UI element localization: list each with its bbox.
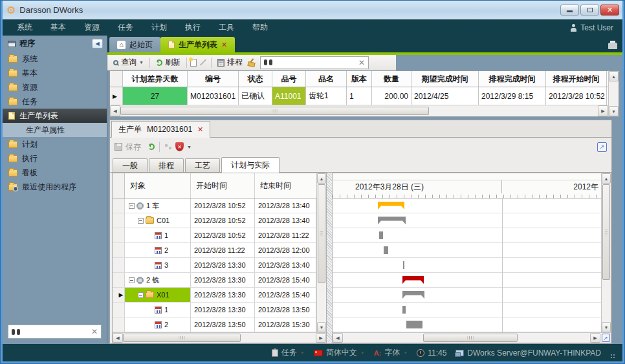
column-end-time[interactable]: 结束时间 bbox=[255, 173, 316, 198]
column-object[interactable]: 对象 bbox=[125, 173, 191, 198]
gantt-task-bar[interactable] bbox=[406, 321, 422, 328]
gantt-task-bar[interactable] bbox=[379, 231, 383, 239]
hscroll-thumb[interactable] bbox=[120, 107, 429, 115]
menubar-item[interactable]: 系统 bbox=[8, 19, 41, 36]
sidebar-item[interactable]: 计划 bbox=[3, 137, 107, 151]
menubar-item[interactable]: 帮助 bbox=[243, 19, 277, 36]
expander-icon[interactable] bbox=[138, 218, 144, 224]
menubar-item[interactable]: 计划 bbox=[142, 19, 176, 36]
tab-home[interactable]: 起始页 bbox=[109, 37, 160, 52]
subtab-item[interactable]: 排程 bbox=[149, 158, 184, 172]
menubar-item[interactable]: 资源 bbox=[75, 19, 109, 36]
grid-column-header[interactable]: 版本 bbox=[347, 71, 372, 87]
status-item[interactable]: 11:45 bbox=[417, 348, 446, 358]
save-button[interactable]: 保存 bbox=[126, 142, 141, 153]
scroll-right-icon[interactable]: ▶ bbox=[598, 105, 608, 116]
orders-grid-hscrollbar[interactable]: ◀ ▶ bbox=[110, 105, 608, 116]
scroll-down-icon[interactable]: ▼ bbox=[609, 106, 619, 116]
popout-icon[interactable]: ↗ bbox=[602, 334, 610, 342]
scroll-down-icon[interactable]: ▼ bbox=[317, 322, 326, 332]
status-item[interactable]: 简体中文▼ bbox=[314, 347, 365, 358]
sidebar-item[interactable]: 系统 bbox=[3, 52, 107, 66]
orders-grid-row[interactable]: ▶27M012031601已确认A11001齿轮11200.002012/4/2… bbox=[110, 87, 608, 105]
sidebar-collapse-button[interactable]: ◀ bbox=[92, 39, 103, 48]
tree-row[interactable]: 22012/3/28 11:222012/3/28 12:00 bbox=[113, 243, 316, 258]
refresh-button[interactable]: 刷新 bbox=[153, 56, 183, 69]
minimize-button[interactable]: ▬ bbox=[560, 5, 579, 16]
tree-row[interactable]: 12012/3/28 10:522012/3/28 11:22 bbox=[113, 228, 316, 243]
sidebar-item[interactable]: 生产单列表 bbox=[3, 109, 107, 123]
tab-close-icon[interactable]: ✕ bbox=[221, 41, 227, 49]
tree-vscrollbar[interactable]: ▲ ▼ bbox=[316, 173, 326, 332]
vscroll-track[interactable] bbox=[609, 81, 619, 106]
scroll-up-icon[interactable]: ▲ bbox=[317, 173, 326, 184]
tree-object-cell[interactable]: 1 bbox=[125, 303, 191, 317]
gantt-task-bar[interactable] bbox=[402, 306, 406, 314]
sidebar-item[interactable]: 执行 bbox=[3, 151, 107, 166]
subtab-item[interactable]: 工艺 bbox=[185, 158, 220, 172]
clear-search-icon[interactable]: ✕ bbox=[91, 327, 98, 336]
grid-column-header[interactable]: 状态 bbox=[239, 71, 272, 87]
tab-production-order-list[interactable]: 生产单列表 ✕ bbox=[160, 37, 235, 52]
subtab-item[interactable]: 一般 bbox=[113, 158, 148, 172]
sidebar-item[interactable]: 资源 bbox=[3, 80, 107, 94]
column-start-time[interactable]: 开始时间 bbox=[191, 173, 255, 198]
expander-icon[interactable] bbox=[129, 277, 135, 283]
flow-icon[interactable] bbox=[164, 144, 172, 150]
sidebar-item[interactable]: 最近使用的程序 bbox=[3, 180, 107, 194]
subtab-active[interactable]: 计划与实际 bbox=[221, 157, 280, 173]
detail-tab-close-icon[interactable]: ✕ bbox=[197, 125, 203, 134]
tree-object-cell[interactable]: 2 bbox=[125, 317, 191, 332]
status-item[interactable]: 任务▼ bbox=[272, 347, 305, 358]
popout-icon[interactable]: ↗ bbox=[597, 142, 607, 152]
tree-object-cell[interactable]: 1 车 bbox=[125, 198, 191, 213]
tree-hscrollbar[interactable]: ◀ ▶ bbox=[113, 332, 326, 343]
grid-column-header[interactable]: 品名 bbox=[306, 71, 347, 87]
gantt-task-bar[interactable] bbox=[403, 261, 404, 269]
gantt-vscrollbar[interactable]: ▲ ▼ bbox=[601, 173, 611, 332]
hscroll-thumb[interactable] bbox=[423, 334, 518, 342]
resize-grip[interactable] bbox=[610, 354, 616, 359]
edit-icon[interactable] bbox=[200, 59, 207, 66]
menubar-item[interactable]: 执行 bbox=[176, 19, 210, 36]
grid-column-header[interactable]: 品号 bbox=[272, 71, 306, 87]
tree-row[interactable]: 22012/3/28 13:502012/3/28 15:30 bbox=[113, 317, 316, 332]
grid-search-box[interactable]: ✕ bbox=[260, 56, 369, 69]
grid-column-header[interactable]: 排程完成时间 bbox=[479, 71, 546, 87]
clear-icon[interactable] bbox=[247, 58, 256, 67]
tree-row[interactable]: C012012/3/28 10:522012/3/28 13:40 bbox=[113, 213, 316, 228]
orders-grid-vscrollbar[interactable]: ▲ ▼ bbox=[608, 70, 619, 117]
tree-row[interactable]: ▶X012012/3/28 13:302012/3/28 15:40 bbox=[113, 288, 316, 303]
expander-icon[interactable] bbox=[129, 203, 135, 209]
grid-column-header[interactable]: 排程开始时间 bbox=[546, 71, 607, 87]
refresh-icon[interactable] bbox=[148, 144, 155, 150]
query-button[interactable]: 查询 ▼ bbox=[111, 56, 146, 69]
tree-object-cell[interactable]: 2 bbox=[125, 243, 191, 257]
menubar-item[interactable]: 工具 bbox=[210, 19, 243, 36]
shield-dropdown-icon[interactable]: ▼ bbox=[187, 145, 192, 149]
sidebar-item[interactable]: 基本 bbox=[3, 66, 107, 80]
grid-column-header[interactable]: 数量 bbox=[372, 71, 411, 87]
tree-object-cell[interactable]: 2 铣 bbox=[125, 273, 191, 287]
scroll-right-icon[interactable]: ▶ bbox=[316, 333, 326, 343]
scroll-up-icon[interactable]: ▲ bbox=[609, 71, 619, 81]
vscroll-thumb[interactable] bbox=[602, 184, 610, 280]
status-item[interactable]: 字体▼ bbox=[374, 347, 408, 358]
gantt-hscrollbar[interactable]: ◀ ▶ ↗ bbox=[333, 332, 611, 343]
tree-row[interactable]: 2 铣2012/3/28 13:302012/3/28 15:40 bbox=[113, 273, 316, 288]
scroll-left-icon[interactable]: ◀ bbox=[110, 105, 120, 116]
new-document-icon[interactable] bbox=[190, 59, 197, 67]
close-button[interactable]: ✕ bbox=[600, 5, 619, 16]
clear-search-icon[interactable]: ✕ bbox=[358, 58, 365, 67]
tree-object-cell[interactable]: C01 bbox=[125, 213, 191, 228]
printer-icon[interactable] bbox=[608, 43, 617, 49]
tree-row[interactable]: 1 车2012/3/28 10:522012/3/28 13:40 bbox=[113, 198, 316, 213]
tree-object-cell[interactable]: X01 bbox=[125, 288, 191, 302]
dropdown-icon[interactable]: ▼ bbox=[403, 350, 408, 355]
tree-row[interactable]: 32012/3/28 13:302012/3/28 13:40 bbox=[113, 258, 316, 273]
scroll-left-icon[interactable]: ◀ bbox=[333, 333, 343, 343]
menubar-item[interactable]: 基本 bbox=[41, 19, 75, 36]
status-item[interactable]: DWorks Server@FUNWAY-THINKPAD bbox=[455, 348, 601, 358]
gantt-task-bar[interactable] bbox=[384, 246, 388, 254]
scroll-right-icon[interactable]: ▶ bbox=[590, 333, 600, 343]
